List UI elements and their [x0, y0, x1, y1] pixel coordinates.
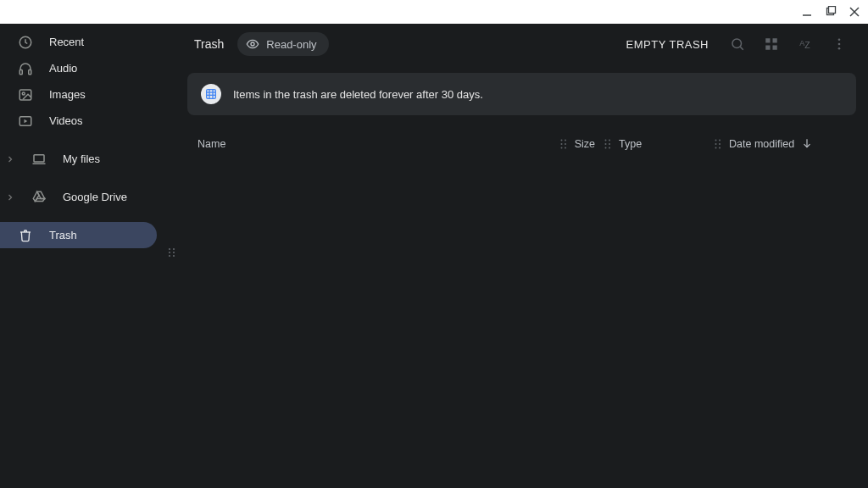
svg-rect-26	[773, 46, 777, 50]
banner-text: Items in the trash are deleted forever a…	[233, 88, 483, 101]
svg-point-42	[565, 147, 566, 149]
sidebar-resize-handle[interactable]	[167, 247, 177, 258]
svg-point-19	[173, 255, 175, 257]
sidebar-item-label: My files	[63, 152, 100, 165]
empty-trash-button[interactable]: EMPTY TRASH	[618, 33, 717, 56]
topbar: Trash Read-only EMPTY TRASH AZ	[177, 24, 856, 64]
headphones-icon	[17, 60, 34, 77]
sidebar-item-label: Audio	[49, 62, 77, 75]
svg-marker-11	[25, 119, 28, 123]
svg-point-29	[838, 38, 841, 41]
svg-point-39	[560, 143, 562, 145]
svg-point-38	[565, 140, 566, 141]
svg-text:Z: Z	[804, 40, 810, 50]
column-resize-handle[interactable]	[559, 138, 568, 150]
more-button[interactable]	[826, 30, 853, 58]
column-headers: Name Size Type Date modified	[177, 127, 856, 161]
svg-text:A: A	[799, 39, 804, 47]
svg-rect-2	[829, 7, 836, 14]
svg-rect-12	[34, 154, 44, 161]
minimize-button[interactable]	[800, 5, 814, 19]
laptop-icon	[31, 151, 47, 168]
svg-point-18	[169, 255, 170, 257]
sidebar-item-images[interactable]: Images	[0, 81, 177, 108]
read-only-chip: Read-only	[237, 32, 328, 56]
grid-view-button[interactable]	[758, 30, 785, 58]
trash-info-banner: Items in the trash are deleted forever a…	[187, 73, 856, 115]
video-icon	[17, 113, 34, 130]
sort-descending-icon	[801, 137, 813, 152]
trash-icon	[17, 227, 34, 244]
svg-point-52	[719, 143, 721, 145]
svg-point-37	[560, 140, 562, 141]
svg-point-48	[609, 147, 610, 149]
sidebar-item-recent[interactable]: Recent	[0, 29, 177, 55]
column-resize-handle[interactable]	[714, 138, 722, 150]
svg-point-45	[605, 143, 607, 145]
sidebar-item-videos[interactable]: Videos	[0, 108, 177, 134]
svg-point-14	[169, 248, 170, 250]
svg-rect-7	[29, 69, 31, 74]
window-titlebar	[0, 0, 868, 24]
svg-rect-23	[765, 38, 770, 42]
sidebar-item-label: Videos	[49, 114, 83, 127]
svg-line-22	[740, 47, 743, 49]
sidebar-item-my-files[interactable]: My files	[0, 146, 177, 172]
svg-point-30	[838, 43, 841, 46]
svg-point-54	[719, 147, 721, 149]
info-banner-icon	[201, 84, 221, 104]
sidebar-item-label: Recent	[49, 36, 84, 48]
svg-point-21	[732, 39, 742, 48]
svg-point-17	[173, 252, 175, 253]
svg-point-50	[719, 140, 721, 141]
sidebar-item-label: Google Drive	[63, 191, 127, 203]
svg-point-53	[715, 147, 717, 149]
main-content: Trash Read-only EMPTY TRASH AZ	[177, 24, 868, 488]
clock-icon	[17, 34, 34, 51]
column-resize-handle[interactable]	[604, 138, 612, 150]
sidebar-item-label: Trash	[49, 229, 77, 241]
svg-rect-25	[765, 46, 770, 50]
svg-point-49	[715, 140, 717, 141]
close-button[interactable]	[848, 5, 861, 19]
maximize-button[interactable]	[824, 5, 837, 19]
column-header-type[interactable]: Type	[619, 138, 642, 150]
sort-button[interactable]: AZ	[792, 30, 819, 58]
eye-icon	[246, 37, 259, 51]
sidebar-item-audio[interactable]: Audio	[0, 55, 177, 81]
svg-point-9	[22, 92, 25, 95]
svg-point-31	[838, 47, 841, 50]
column-header-size[interactable]: Size	[575, 138, 595, 150]
svg-point-46	[609, 143, 610, 145]
sidebar-item-label: Images	[49, 88, 86, 101]
sidebar: Recent Audio Images Videos	[0, 24, 177, 488]
sidebar-item-trash[interactable]: Trash	[0, 222, 157, 248]
image-icon	[17, 86, 34, 103]
svg-point-44	[609, 140, 610, 141]
svg-point-20	[251, 42, 254, 46]
svg-rect-24	[773, 38, 777, 42]
svg-point-16	[169, 252, 170, 253]
column-header-name[interactable]: Name	[198, 138, 527, 150]
svg-point-40	[565, 143, 566, 145]
svg-point-43	[605, 140, 607, 141]
svg-point-47	[605, 147, 607, 149]
chevron-right-icon	[3, 152, 17, 166]
sidebar-item-google-drive[interactable]: Google Drive	[0, 184, 177, 210]
drive-icon	[31, 189, 47, 206]
svg-point-15	[173, 248, 175, 250]
svg-rect-32	[207, 90, 216, 99]
svg-point-51	[715, 143, 717, 145]
search-button[interactable]	[724, 30, 751, 58]
page-title: Trash	[194, 37, 224, 51]
svg-point-41	[560, 147, 562, 149]
column-header-date[interactable]: Date modified	[729, 138, 794, 150]
chip-label: Read-only	[266, 38, 316, 51]
chevron-right-icon	[3, 191, 17, 204]
svg-rect-6	[19, 69, 22, 74]
